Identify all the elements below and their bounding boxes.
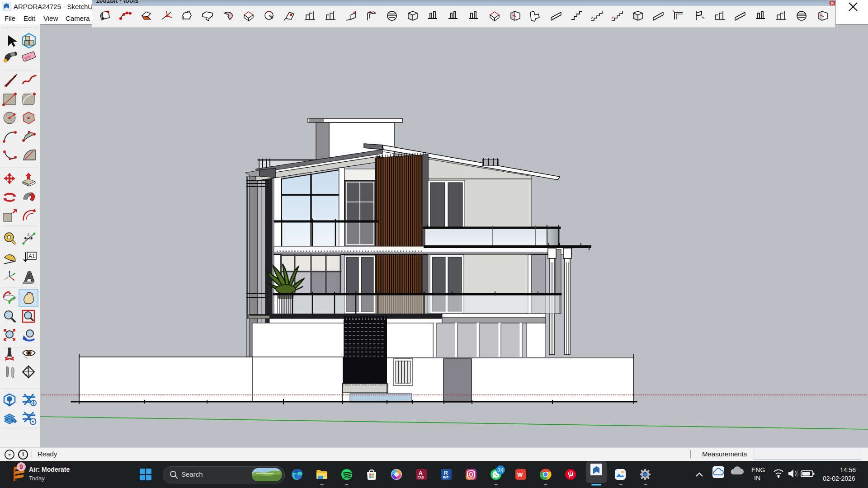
svg-text:14:56: 14:56 (840, 466, 856, 474)
svg-text:A: A (419, 470, 423, 476)
svg-text:W: W (517, 471, 523, 478)
svg-text:34: 34 (498, 467, 504, 474)
svg-text:ENG: ENG (751, 466, 765, 474)
svg-text:02-02-2026: 02-02-2026 (823, 475, 855, 482)
svg-text:A-S: A-S (25, 373, 31, 376)
svg-text:A1: A1 (28, 253, 35, 259)
svg-text:CAD: CAD (418, 476, 424, 479)
svg-text:Air: Moderate: Air: Moderate (29, 466, 70, 473)
svg-text:RVT: RVT (443, 476, 449, 479)
svg-text:IN: IN (754, 474, 760, 482)
svg-text:Today: Today (29, 475, 45, 482)
svg-text:3: 3 (27, 233, 29, 237)
svg-text:R: R (444, 470, 448, 476)
svg-text:C: C (27, 367, 29, 371)
svg-text:9: 9 (19, 463, 23, 470)
